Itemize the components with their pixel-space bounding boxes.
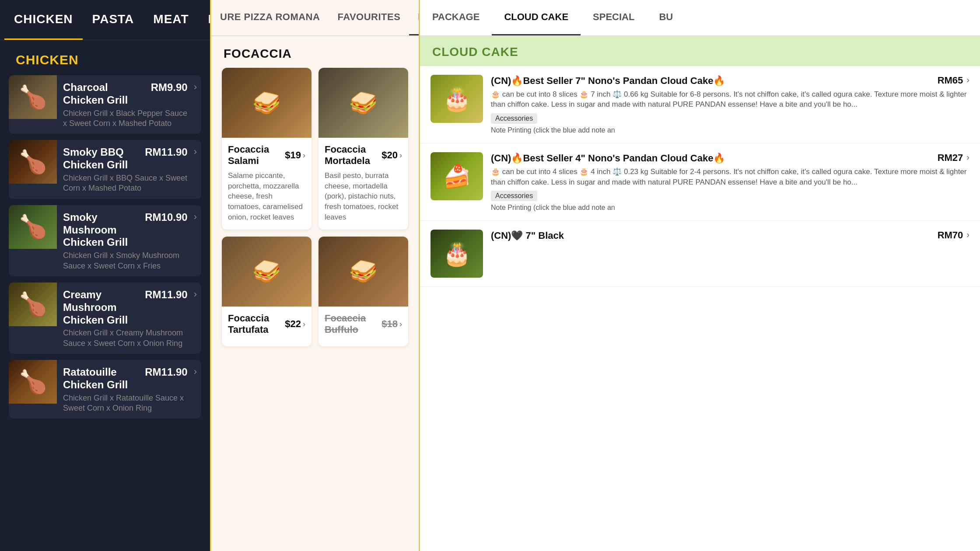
creamy-mushroom-desc: Chicken Grill x Creamy Mushroom Sauce x … — [63, 328, 188, 349]
tab-favourites[interactable]: FAVOURITES — [329, 0, 409, 35]
cake-item-4inch[interactable]: 🍰 (CN)🔥Best Seller 4" Nono's Pandan Clou… — [420, 143, 980, 221]
cake-4inch-desc: 🎂 can be cut into 4 slices 🎂 4 inch ⚖️ 0… — [491, 167, 970, 188]
cake-7inch-arrow: › — [963, 75, 970, 85]
left-tab-bar: CHICKEN PASTA MEAT BURGER — [0, 0, 210, 40]
tab-bu[interactable]: BU — [647, 0, 685, 35]
focaccia-buffulo-img: 🥪 — [318, 237, 408, 307]
cake-black-7inch-price: RM70 — [938, 230, 963, 241]
chicken-panel: CHICKEN PASTA MEAT BURGER CHICKEN 🍗 Char… — [0, 0, 210, 551]
cloud-cake-panel: PACKAGE CLOUD CAKE SPECIAL BU CLOUD CAKE… — [420, 0, 980, 551]
focaccia-salami-desc: Salame piccante, porchetta, mozzarella c… — [228, 171, 305, 223]
tab-focaccia[interactable]: FOCACCIA — [409, 0, 419, 35]
menu-item-smoky-mushroom[interactable]: 🍗 Smoky Mushroom Chicken Grill RM10.90 C… — [9, 205, 201, 276]
cake-black-7inch-arrow: › — [963, 230, 970, 240]
smoky-mushroom-name: Smoky Mushroom Chicken Grill — [63, 211, 141, 249]
cake-4inch-badge[interactable]: Accessories — [491, 191, 537, 201]
focaccia-mortadela-price: $20 — [382, 150, 398, 161]
charcoal-chicken-price: RM9.90 — [151, 81, 188, 94]
cake-4inch-price: RM27 — [938, 152, 963, 164]
tab-pizza-romana[interactable]: URE PIZZA ROMANA — [211, 0, 329, 35]
tab-chicken[interactable]: CHICKEN — [4, 0, 83, 40]
cake-item-7inch[interactable]: 🎂 (CN)🔥Best Seller 7" Nono's Pandan Clou… — [420, 66, 980, 143]
focaccia-salami-body: Focaccia Salami $19 › Salame piccante, p… — [222, 138, 312, 230]
cake-list: 🎂 (CN)🔥Best Seller 7" Nono's Pandan Clou… — [420, 66, 980, 551]
focaccia-buffulo-arrow: › — [399, 320, 402, 329]
cake-black-7inch-info: (CN)🖤 7" Black RM70 › — [483, 230, 970, 244]
bbq-chicken-name: Smoky BBQ Chicken Grill — [63, 146, 141, 171]
cake-7inch-info: (CN)🔥Best Seller 7" Nono's Pandan Cloud … — [483, 75, 970, 134]
cake-7inch-note: Note Printing (click the blue add note a… — [491, 126, 970, 134]
cake-4inch-img: 🍰 — [430, 152, 483, 200]
focaccia-mortadela-arrow: › — [399, 151, 402, 160]
focaccia-buffulo-price: $18 — [382, 318, 398, 330]
cake-7inch-img: 🎂 — [430, 75, 483, 123]
creamy-mushroom-img: 🍗 — [9, 282, 57, 326]
cake-7inch-badge[interactable]: Accessories — [491, 113, 537, 124]
focaccia-salami-name: Focaccia Salami — [228, 144, 281, 167]
cake-4inch-note: Note Printing (click the blue add note a… — [491, 204, 970, 212]
cake-4inch-arrow: › — [963, 152, 970, 162]
cake-4inch-name: (CN)🔥Best Seller 4" Nono's Pandan Cloud … — [491, 152, 933, 165]
creamy-mushroom-arrow: › — [194, 282, 201, 300]
bbq-chicken-info: Smoky BBQ Chicken Grill RM11.90 Chicken … — [57, 140, 194, 199]
charcoal-chicken-arrow: › — [194, 75, 201, 93]
focaccia-card-salami[interactable]: 🥪 Focaccia Salami $19 › Salame piccante,… — [222, 68, 312, 230]
ratatouille-price: RM11.90 — [145, 366, 187, 378]
focaccia-buffulo-body: Focaccia Buffulo $18 › — [318, 307, 408, 346]
creamy-mushroom-price: RM11.90 — [145, 289, 187, 301]
focaccia-tartufata-name: Focaccia Tartufata — [228, 313, 281, 336]
tab-meat[interactable]: MEAT — [144, 0, 198, 40]
cake-7inch-desc: 🎂 can be cut into 8 slices 🎂 7 inch ⚖️ 0… — [491, 89, 970, 110]
focaccia-card-mortadela[interactable]: 🥪 Focaccia Mortadela $20 › Basil pesto, … — [318, 68, 408, 230]
tab-package[interactable]: PACKAGE — [420, 0, 492, 35]
ratatouille-desc: Chicken Grill x Ratatouille Sauce x Swee… — [63, 393, 188, 414]
focaccia-card-tartufata[interactable]: 🥪 Focaccia Tartufata $22 › — [222, 237, 312, 346]
chicken-section-title: CHICKEN — [0, 40, 210, 75]
charcoal-chicken-name: Charcoal Chicken Grill — [63, 81, 147, 107]
focaccia-mortadela-name: Focaccia Mortadela — [325, 144, 378, 167]
focaccia-buffulo-name: Focaccia Buffulo — [325, 313, 378, 336]
cake-item-black-7inch[interactable]: 🎂 (CN)🖤 7" Black RM70 › — [420, 221, 980, 287]
mid-tab-bar: URE PIZZA ROMANA FAVOURITES FOCACCIA — [211, 0, 419, 36]
ratatouille-arrow: › — [194, 360, 201, 377]
creamy-mushroom-info: Creamy Mushroom Chicken Grill RM11.90 Ch… — [57, 282, 194, 354]
focaccia-salami-img: 🥪 — [222, 68, 312, 138]
cake-4inch-info: (CN)🔥Best Seller 4" Nono's Pandan Cloud … — [483, 152, 970, 212]
cake-black-7inch-img: 🎂 — [430, 230, 483, 278]
focaccia-mortadela-img: 🥪 — [318, 68, 408, 138]
cake-7inch-name: (CN)🔥Best Seller 7" Nono's Pandan Cloud … — [491, 75, 933, 87]
menu-item-creamy-mushroom[interactable]: 🍗 Creamy Mushroom Chicken Grill RM11.90 … — [9, 282, 201, 354]
charcoal-chicken-img: 🍗 — [9, 75, 57, 119]
focaccia-panel: URE PIZZA ROMANA FAVOURITES FOCACCIA FOC… — [210, 0, 420, 551]
tab-special[interactable]: SPECIAL — [581, 0, 647, 35]
creamy-mushroom-name: Creamy Mushroom Chicken Grill — [63, 289, 141, 326]
ratatouille-name: Ratatouille Chicken Grill — [63, 366, 141, 391]
focaccia-salami-price: $19 — [285, 150, 301, 161]
bbq-chicken-arrow: › — [194, 140, 201, 157]
right-tab-bar: PACKAGE CLOUD CAKE SPECIAL BU — [420, 0, 980, 36]
tab-cloud-cake[interactable]: CLOUD CAKE — [492, 0, 581, 35]
focaccia-card-buffulo[interactable]: 🥪 Focaccia Buffulo $18 › — [318, 237, 408, 346]
cloud-cake-section-title: CLOUD CAKE — [420, 36, 980, 66]
focaccia-section-title: FOCACCIA — [211, 36, 419, 68]
chicken-menu-list: 🍗 Charcoal Chicken Grill RM9.90 Chicken … — [0, 75, 210, 551]
charcoal-chicken-desc: Chicken Grill x Black Pepper Sauce x Swe… — [63, 108, 188, 129]
focaccia-tartufata-img: 🥪 — [222, 237, 312, 307]
menu-item-ratatouille[interactable]: 🍗 Ratatouille Chicken Grill RM11.90 Chic… — [9, 360, 201, 418]
cake-black-7inch-name: (CN)🖤 7" Black — [491, 230, 933, 242]
focaccia-tartufata-price: $22 — [285, 318, 301, 330]
charcoal-chicken-info: Charcoal Chicken Grill RM9.90 Chicken Gr… — [57, 75, 194, 134]
ratatouille-info: Ratatouille Chicken Grill RM11.90 Chicke… — [57, 360, 194, 418]
smoky-mushroom-arrow: › — [194, 205, 201, 223]
focaccia-mortadela-desc: Basil pesto, burrata cheese, mortadella … — [325, 171, 402, 223]
menu-item-bbq[interactable]: 🍗 Smoky BBQ Chicken Grill RM11.90 Chicke… — [9, 140, 201, 199]
smoky-mushroom-desc: Chicken Grill x Smoky Mushroom Sauce x S… — [63, 251, 188, 271]
smoky-mushroom-price: RM10.90 — [145, 211, 187, 223]
focaccia-tartufata-arrow: › — [303, 320, 305, 329]
focaccia-salami-arrow: › — [303, 151, 305, 160]
cake-7inch-price: RM65 — [938, 75, 963, 86]
tab-pasta[interactable]: PASTA — [83, 0, 144, 40]
focaccia-tartufata-body: Focaccia Tartufata $22 › — [222, 307, 312, 346]
smoky-mushroom-img: 🍗 — [9, 205, 57, 249]
menu-item-charcoal[interactable]: 🍗 Charcoal Chicken Grill RM9.90 Chicken … — [9, 75, 201, 134]
